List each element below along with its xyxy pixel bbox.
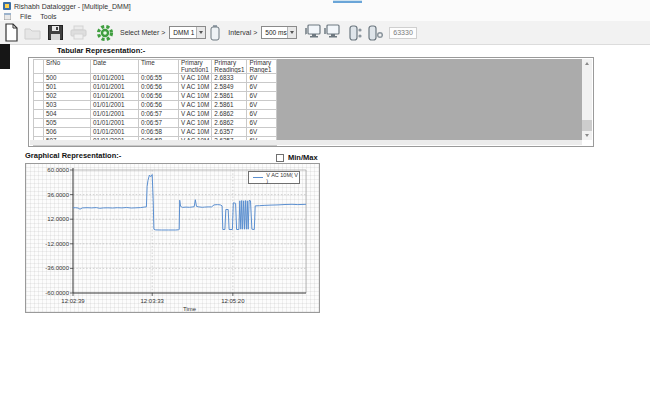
scrollbar-thumb[interactable] <box>582 120 592 131</box>
table-row[interactable]: 50501/01/20010:06:57V AC 10M2.68626V <box>34 119 277 128</box>
table-horizontal-scrollbar[interactable] <box>30 140 582 145</box>
column-header[interactable]: Time <box>139 60 179 74</box>
table-cell: 6V <box>247 101 277 110</box>
svg-text:12:03:33: 12:03:33 <box>141 298 165 304</box>
legend-label: V AC 10M( V ) <box>266 172 299 184</box>
line-chart: 60.000036.000012.0000-12.0000-36.0000-60… <box>26 164 319 312</box>
svg-text:12:02:39: 12:02:39 <box>61 298 85 304</box>
data-table[interactable]: SrNoDateTimePrimary Function1Primary Rea… <box>33 59 277 146</box>
svg-text:-12.0000: -12.0000 <box>45 241 69 247</box>
row-selector-cell[interactable] <box>34 92 44 101</box>
table-row[interactable]: 50101/01/20010:06:56V AC 10M2.58496V <box>34 83 277 92</box>
table-cell: V AC 10M <box>179 110 212 119</box>
download-offline-button[interactable] <box>324 22 340 44</box>
chevron-down-icon[interactable] <box>287 27 296 38</box>
browser-tab-artifact <box>333 0 362 3</box>
child-window-icon <box>4 13 11 20</box>
table-cell: 01/01/2001 <box>91 74 139 83</box>
data-table-container: SrNoDateTimePrimary Function1Primary Rea… <box>28 57 594 147</box>
column-header[interactable]: SrNo <box>44 60 91 74</box>
table-cell: 501 <box>44 83 91 92</box>
table-cell: 01/01/2001 <box>91 101 139 110</box>
table-cell: 505 <box>44 119 91 128</box>
gear-icon <box>96 24 114 42</box>
svg-text:-36.0000: -36.0000 <box>45 265 69 271</box>
new-document-icon <box>4 23 19 42</box>
monitor-transfer-icon <box>324 24 340 41</box>
table-row[interactable]: 50201/01/20010:06:56V AC 10M2.58616V <box>34 92 277 101</box>
chart-legend: V AC 10M( V ) <box>248 171 300 184</box>
table-cell: 503 <box>44 101 91 110</box>
table-empty-area <box>270 59 582 140</box>
window-title: Rishabh Datalogger - [Multiple_DMM] <box>14 3 131 10</box>
table-cell: 2.6862 <box>212 119 247 128</box>
download-online-button[interactable] <box>305 22 321 44</box>
meter-select[interactable]: DMM 1 <box>169 26 206 39</box>
open-file-button <box>24 22 41 44</box>
table-vertical-scrollbar[interactable] <box>582 59 592 140</box>
svg-text:60.0000: 60.0000 <box>47 167 69 173</box>
row-selector-cell[interactable] <box>34 110 44 119</box>
table-row[interactable]: 50601/01/20010:06:58V AC 10M2.63576V <box>34 128 277 137</box>
table-cell: V AC 10M <box>179 74 212 83</box>
table-cell: 502 <box>44 92 91 101</box>
table-cell: V AC 10M <box>179 83 212 92</box>
table-cell: 0:06:58 <box>139 128 179 137</box>
table-cell: 01/01/2001 <box>91 119 139 128</box>
table-cell: 6V <box>247 92 277 101</box>
table-cell: V AC 10M <box>179 92 212 101</box>
menu-tools[interactable]: Tools <box>40 13 56 20</box>
meter-config-button[interactable] <box>96 22 114 44</box>
save-button[interactable] <box>48 22 63 44</box>
table-cell: 2.6862 <box>212 110 247 119</box>
table-cell: V AC 10M <box>179 128 212 137</box>
column-header[interactable]: Date <box>91 60 139 74</box>
table-cell: 0:06:57 <box>139 110 179 119</box>
menu-file[interactable]: File <box>20 13 31 20</box>
table-cell: V AC 10M <box>179 119 212 128</box>
svg-text:-60.0000: -60.0000 <box>45 290 69 296</box>
table-row[interactable]: 50001/01/20010:06:55V AC 10M2.68336V <box>34 74 277 83</box>
table-row[interactable]: 50301/01/20010:06:56V AC 10M2.58616V <box>34 101 277 110</box>
scroll-up-arrow-icon[interactable] <box>582 59 592 68</box>
row-selector-cell[interactable] <box>34 128 44 137</box>
row-selector-cell[interactable] <box>34 74 44 83</box>
row-selector-cell[interactable] <box>34 83 44 92</box>
table-cell: 0:06:56 <box>139 92 179 101</box>
table-cell: 506 <box>44 128 91 137</box>
start-logging-button[interactable] <box>349 22 363 44</box>
table-cell: 6V <box>247 74 277 83</box>
table-cell: 0:06:57 <box>139 119 179 128</box>
svg-text:12:05:20: 12:05:20 <box>221 298 245 304</box>
row-selector-cell[interactable] <box>34 119 44 128</box>
scroll-down-arrow-icon[interactable] <box>582 131 592 140</box>
table-cell: 500 <box>44 74 91 83</box>
interval-label: Interval > <box>228 29 257 36</box>
meter-device-button[interactable] <box>210 22 220 44</box>
print-button <box>70 22 87 44</box>
minmax-checkbox[interactable] <box>276 154 284 162</box>
table-cell: 2.5861 <box>212 92 247 101</box>
svg-text:36.0000: 36.0000 <box>47 192 69 198</box>
table-cell: 01/01/2001 <box>91 128 139 137</box>
interval-select[interactable]: 500 ms <box>261 26 297 39</box>
new-file-button[interactable] <box>4 22 19 44</box>
table-cell: 01/01/2001 <box>91 92 139 101</box>
app-window: Rishabh Datalogger - [Multiple_DMM] File… <box>0 0 650 405</box>
row-selector-cell[interactable] <box>34 101 44 110</box>
table-row[interactable]: 50401/01/20010:06:57V AC 10M2.68626V <box>34 110 277 119</box>
stop-logging-button[interactable] <box>368 22 383 44</box>
interval-select-value: 500 ms <box>265 29 286 36</box>
column-header[interactable]: Primary Function1 <box>179 60 212 74</box>
menu-bar: File Tools <box>0 12 650 21</box>
table-cell: 0:06:55 <box>139 74 179 83</box>
table-cell: 2.6833 <box>212 74 247 83</box>
minmax-checkbox-row: Min/Max <box>276 153 318 162</box>
chart-panel: 60.000036.000012.0000-12.0000-36.0000-60… <box>25 163 320 313</box>
chevron-down-icon[interactable] <box>196 27 205 38</box>
monitor-download-icon <box>305 24 321 41</box>
table-cell: 2.5849 <box>212 83 247 92</box>
column-header[interactable]: Primary Range1 <box>247 60 277 74</box>
column-header[interactable]: Primary Readings1 <box>212 60 247 74</box>
meter-select-value: DMM 1 <box>173 29 194 36</box>
